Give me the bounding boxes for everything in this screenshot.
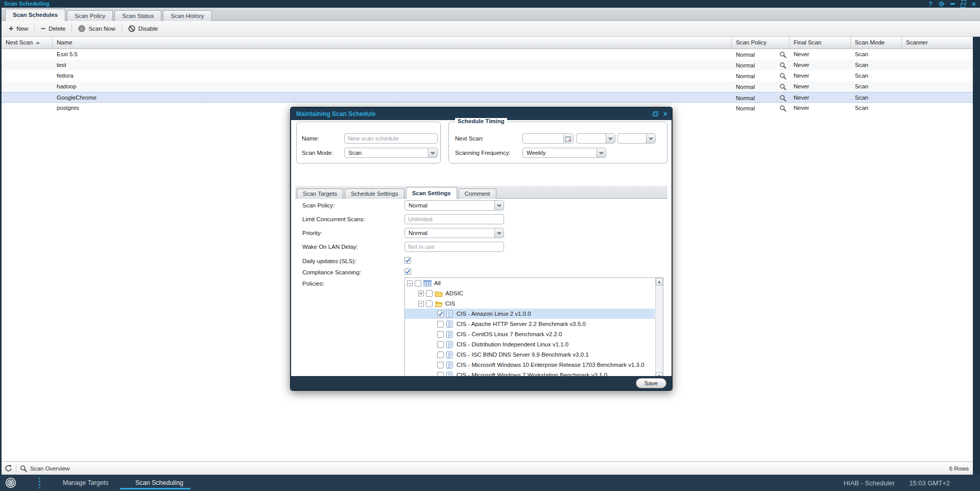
- app-logo-bullseye-icon[interactable]: [5, 477, 16, 488]
- tab-scan-schedules[interactable]: Scan Schedules: [5, 9, 65, 21]
- priority-select[interactable]: Normal: [404, 228, 504, 238]
- dialog-title: Maintaining Scan Schedule: [296, 108, 375, 120]
- disable-button[interactable]: Disable: [124, 23, 162, 34]
- clock: 15:03 GMT+2: [909, 479, 950, 487]
- tree-item[interactable]: CIS - ISC BIND DNS Server 9.9 Benchmark …: [405, 349, 655, 360]
- tree-scrollbar[interactable]: ▲ ▼: [655, 278, 663, 380]
- scanning-frequency-select[interactable]: Weekly: [522, 148, 606, 158]
- daily-updates-checkbox[interactable]: [404, 257, 411, 264]
- restore-icon[interactable]: [961, 0, 966, 8]
- checkbox[interactable]: [415, 280, 421, 287]
- close-icon[interactable]: [972, 0, 976, 8]
- scan-mode-label: Scan Mode:: [302, 148, 333, 158]
- tree-item-selected[interactable]: CIS - Amazon Linux 2 v1.0.0: [405, 309, 655, 319]
- next-scan-hour-select[interactable]: [576, 133, 615, 144]
- policies-label: Policies:: [302, 278, 324, 289]
- help-icon[interactable]: [928, 0, 932, 8]
- taskbar-item-manage-targets[interactable]: Manage Targets: [63, 475, 108, 491]
- search-icon[interactable]: [779, 83, 786, 90]
- delete-button[interactable]: Delete: [37, 24, 69, 34]
- search-icon[interactable]: [779, 105, 786, 112]
- column-header-scanner[interactable]: Scanner: [902, 37, 973, 49]
- compliance-scanning-checkbox[interactable]: [404, 268, 411, 275]
- scan-mode-select[interactable]: Scan: [344, 148, 438, 158]
- scroll-up-icon[interactable]: ▲: [656, 278, 663, 286]
- search-icon[interactable]: [779, 62, 786, 69]
- scan-overview-search[interactable]: Scan Overview: [20, 465, 69, 472]
- table-row[interactable]: test Normal Never Scan: [2, 60, 973, 71]
- search-icon: [20, 465, 27, 472]
- column-header-name[interactable]: Name: [53, 37, 732, 49]
- next-scan-date-input[interactable]: [522, 133, 573, 144]
- tab-scan-history[interactable]: Scan History: [163, 10, 211, 21]
- search-icon[interactable]: [779, 73, 786, 80]
- sort-asc-icon: [36, 41, 40, 44]
- save-button[interactable]: Save: [636, 378, 666, 388]
- search-icon[interactable]: [779, 95, 786, 102]
- next-scan-minute-select[interactable]: [617, 133, 656, 144]
- collapse-icon[interactable]: [418, 301, 424, 307]
- tab-scan-policy[interactable]: Scan Policy: [67, 10, 113, 21]
- expand-icon[interactable]: [418, 291, 424, 296]
- policies-tree: All ADSIC CIS CIS: [404, 277, 663, 381]
- tab-scan-status[interactable]: Scan Status: [114, 10, 161, 21]
- checkbox[interactable]: [426, 300, 433, 307]
- row-count: 6 Rows: [949, 465, 970, 472]
- name-input[interactable]: [344, 133, 438, 144]
- disable-icon: [128, 25, 135, 32]
- column-header-final-scan[interactable]: Final Scan: [790, 37, 851, 49]
- minimize-icon[interactable]: [950, 0, 955, 8]
- tab-scan-targets[interactable]: Scan Targets: [297, 189, 343, 199]
- menu-dots-icon[interactable]: [39, 478, 40, 488]
- scheduler-name: HIAB - Scheduler: [844, 479, 895, 487]
- scan-now-button[interactable]: Scan Now: [74, 23, 119, 34]
- refresh-icon[interactable]: [5, 464, 12, 472]
- minus-icon: [41, 26, 45, 32]
- new-button[interactable]: New: [5, 24, 32, 34]
- checkbox[interactable]: [426, 290, 433, 297]
- collapse-icon[interactable]: [407, 280, 413, 286]
- tree-item[interactable]: CIS - Microsoft Windows 10 Enterprise Re…: [405, 360, 655, 370]
- tree-item[interactable]: All: [405, 278, 655, 288]
- close-icon[interactable]: [663, 111, 667, 118]
- checkbox[interactable]: [437, 331, 444, 338]
- tree-item[interactable]: CIS - CentOS Linux 7 Benchmark v2.2.0: [405, 329, 655, 339]
- checkbox-checked[interactable]: [437, 311, 444, 317]
- column-header-scan-policy[interactable]: Scan Policy: [732, 37, 790, 49]
- policy-doc-icon: [446, 351, 454, 359]
- folder-open-icon: [435, 300, 443, 307]
- column-header-scan-mode[interactable]: Scan Mode: [851, 37, 902, 49]
- gear-icon[interactable]: [938, 0, 945, 8]
- wake-on-lan-delay-input[interactable]: [404, 242, 504, 252]
- checkbox[interactable]: [437, 321, 444, 328]
- policy-doc-icon: [446, 310, 454, 318]
- search-icon[interactable]: [779, 51, 786, 58]
- chevron-down-icon: [606, 134, 615, 143]
- table-row[interactable]: hadoop Normal Never Scan: [2, 81, 973, 92]
- daily-updates-label: Daily updates (SLS):: [302, 256, 356, 266]
- cell-name: Esxi 5.5: [53, 49, 732, 60]
- bullseye-icon: [78, 25, 85, 32]
- limit-concurrent-scans-input[interactable]: [404, 214, 504, 224]
- tree-item[interactable]: CIS: [405, 298, 655, 309]
- table-row[interactable]: fedora Normal Never Scan: [2, 71, 973, 81]
- tree-item[interactable]: CIS - Apache HTTP Server 2.2 Benchmark v…: [405, 319, 655, 329]
- tab-scan-settings[interactable]: Scan Settings: [406, 187, 457, 199]
- table-row[interactable]: Esxi 5.5 Normal Never Scan: [2, 49, 973, 60]
- tab-schedule-settings[interactable]: Schedule Settings: [345, 189, 404, 199]
- checkbox[interactable]: [437, 341, 444, 348]
- plus-icon: [9, 26, 13, 32]
- restore-icon[interactable]: [653, 111, 658, 116]
- table-row-selected[interactable]: GoogleChrome Normal Never Scan: [2, 92, 973, 103]
- calendar-icon[interactable]: [563, 134, 572, 143]
- policy-doc-icon: [446, 320, 454, 328]
- tree-item[interactable]: CIS - Distribution Independent Linux v1.…: [405, 339, 655, 349]
- scan-policy-select[interactable]: Normal: [404, 200, 504, 211]
- tab-comment[interactable]: Comment: [459, 189, 496, 199]
- tree-item[interactable]: ADSIC: [405, 288, 655, 298]
- schedule-timing-group: Schedule Timing Next Scan: Scanning Freq…: [448, 122, 667, 163]
- checkbox[interactable]: [437, 352, 444, 358]
- checkbox[interactable]: [437, 362, 444, 368]
- column-header-next-scan[interactable]: Next Scan: [2, 37, 53, 49]
- scan-policy-label: Scan Policy:: [302, 200, 334, 211]
